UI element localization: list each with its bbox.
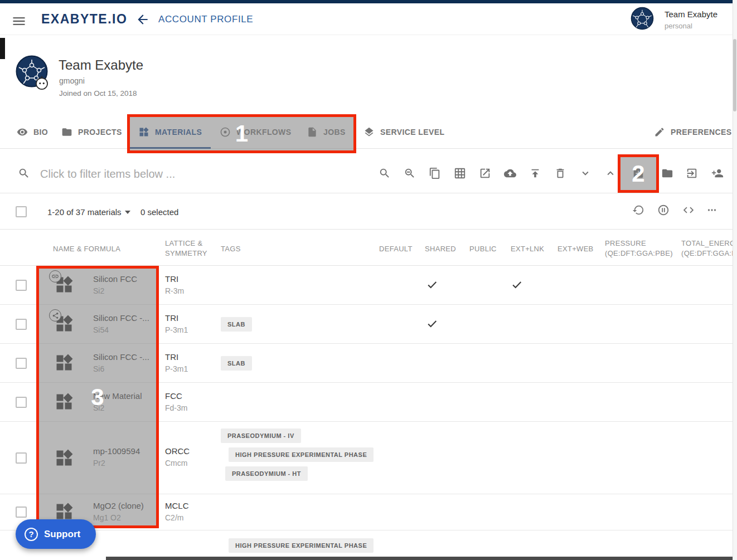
caret-down-icon [125,211,130,214]
selected-count: 0 selected [140,207,178,217]
account-profile-page: EXABYTE.IO ACCOUNT PROFILE Team Exabyte … [0,0,737,560]
search-icon[interactable] [379,167,391,179]
symmetry-group: P-3m1 [165,364,188,373]
lattice-type: TRI [165,313,178,323]
filter-input[interactable] [40,165,341,183]
folder-icon [61,126,72,138]
grid-view-icon[interactable] [454,167,466,179]
profile-joined-date: Joined on Oct 15, 2018 [59,89,137,98]
tab-preferences[interactable]: PREFERENCES [654,115,731,149]
col-total-energy: TOTAL_ENERGY (QE:DFT:GGA:PBE) [681,238,737,259]
more-icon[interactable] [706,204,718,216]
annotation-number: 1 [235,120,248,147]
annotation-number: 3 [91,384,104,411]
cloud-upload-icon[interactable] [504,167,516,179]
shared-check-icon [426,318,438,330]
tab-bio-label: BIO [33,128,48,137]
back-arrow-icon[interactable] [135,12,150,27]
symmetry-group: P-3m1 [165,325,188,334]
tab-projects[interactable]: PROJECTS [61,115,122,149]
ext-lnk-check-icon [511,279,523,291]
pencil-icon [654,126,665,138]
row-checkbox[interactable] [16,397,27,408]
chevron-up-icon[interactable] [604,167,617,179]
lattice-type: TRI [165,352,178,362]
table-row[interactable]: HIGH PRESSURE EXPERIMENTAL PHASE [0,530,737,560]
zoom-out-icon[interactable] [404,167,416,179]
support-button[interactable]: ? Support [16,519,96,549]
pause-icon[interactable] [657,204,670,216]
col-ext-web: EXT+WEB [557,244,594,254]
exabyte-logo[interactable]: EXABYTE.IO [41,12,127,27]
account-name: Team Exabyte [665,9,717,19]
open-in-new-icon[interactable] [479,167,491,179]
scrollbar-thumb[interactable] [733,39,736,111]
upload-icon[interactable] [529,167,541,179]
tag-chip: HIGH PRESSURE EXPERIMENTAL PHASE [229,538,374,553]
symmetry-group: Fd-3m [165,403,187,412]
symmetry-group: R-3m [165,286,184,295]
lattice-type: MCLC [165,501,189,510]
col-ext-lnk: EXT+LNK [511,244,544,254]
tab-service-level-label: SERVICE LEVEL [380,128,444,137]
col-tags: TAGS [221,244,241,254]
page-title: ACCOUNT PROFILE [158,14,253,25]
col-shared: SHARED [425,244,456,254]
question-icon: ? [25,528,38,541]
col-pressure: PRESSURE (QE:DFT:GGA:PBE) [605,238,676,259]
symmetry-group: C2/m [165,513,183,522]
eye-icon [17,126,28,138]
tab-bio[interactable]: BIO [17,115,48,149]
annotation-box-3: 3 [36,266,159,528]
row-checkbox[interactable] [16,452,27,464]
filter-search-icon [18,167,30,179]
refresh-icon[interactable] [632,204,644,216]
tag-chip: HIGH PRESSURE EXPERIMENTAL PHASE [229,447,374,462]
tab-service-level[interactable]: SERVICE LEVEL [363,115,444,149]
tag-chip: PRASEODYMIUM - IV [221,428,301,443]
robot-badge-icon [35,76,49,90]
row-checkbox[interactable] [16,319,27,330]
select-all-checkbox[interactable] [16,206,27,217]
annotation-box-1: 1 [127,114,356,153]
tab-projects-label: PROJECTS [78,128,122,137]
col-default: DEFAULT [379,244,413,254]
profile-username: gmogni [59,76,85,85]
symmetry-group: Cmcm [165,459,187,468]
profile-name: Team Exabyte [59,57,143,73]
row-checkbox[interactable] [16,507,27,518]
lattice-type: FCC [165,391,182,401]
copy-icon[interactable] [429,167,441,179]
shared-check-icon [426,279,438,291]
annotation-number: 2 [632,160,644,187]
account-avatar[interactable] [631,7,654,30]
tag-chip: PRASEODYMIUM - HT [225,466,308,481]
code-icon[interactable] [682,204,695,216]
support-label: Support [44,529,80,540]
menu-icon[interactable] [11,13,27,29]
tab-preferences-label: PREFERENCES [671,128,731,137]
import-icon[interactable] [686,167,698,179]
account-type: personal [665,22,692,30]
app-header: EXABYTE.IO ACCOUNT PROFILE Team Exabyte … [0,3,737,35]
move-to-folder-icon[interactable] [661,167,673,179]
lattice-type: ORCC [165,446,190,456]
row-checkbox[interactable] [16,280,27,291]
delete-icon[interactable] [554,167,566,179]
row-checkbox[interactable] [16,358,27,369]
add-collaborators-icon[interactable] [711,167,724,179]
annotation-box-2: 2 [618,154,659,193]
col-public: PUBLIC [469,244,497,254]
left-edge-notch [0,38,5,59]
pagination-dropdown[interactable]: 1-20 of 37 materials [47,207,122,217]
layers-icon [363,126,375,138]
tag-chip: SLAB [221,356,252,371]
col-lattice-symmetry: LATTICE & SYMMETRY [165,238,209,259]
window-bottom-edge [106,557,737,560]
col-name-formula: NAME & FORMULA [53,244,120,254]
lattice-type: TRI [165,274,178,284]
tag-chip: SLAB [221,317,252,332]
chevron-down-icon[interactable] [579,167,591,179]
